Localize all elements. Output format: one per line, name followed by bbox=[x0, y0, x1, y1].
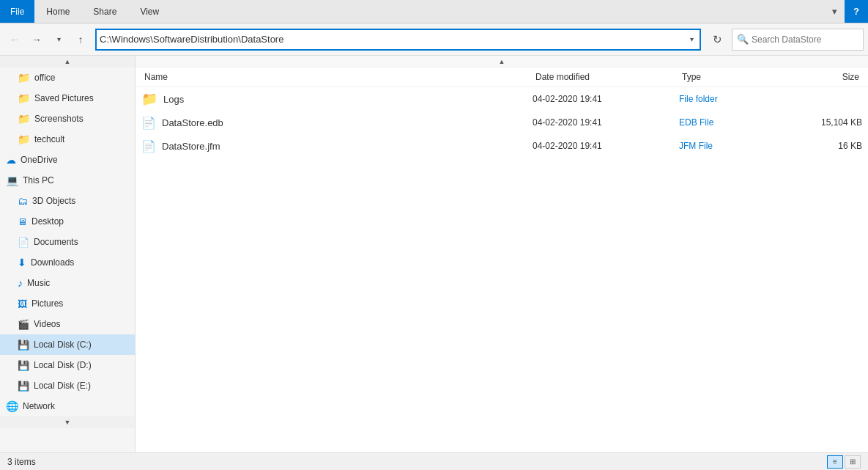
pictures-icon: 🖼 bbox=[18, 298, 27, 309]
sidebar-item-label-office: office bbox=[34, 73, 55, 83]
sidebar-item-label-pictures: Pictures bbox=[31, 298, 63, 309]
sidebar-item-label-local-disk-c: Local Disk (C:) bbox=[34, 339, 92, 350]
music-icon: ♪ bbox=[18, 277, 23, 289]
file-icon: 📄 bbox=[141, 139, 156, 153]
file-size-2: 16 KB bbox=[789, 141, 862, 151]
search-input[interactable] bbox=[752, 34, 858, 45]
3dobjects-icon: 🗂 bbox=[18, 195, 28, 207]
sidebar-scroll-down[interactable]: ▼ bbox=[0, 416, 135, 428]
help-button[interactable]: ? bbox=[845, 0, 868, 23]
file-date-0: 04-02-2020 19:41 bbox=[533, 94, 679, 104]
file-table: Name Date modified Type Size 📁Logs04-02-… bbox=[136, 67, 868, 452]
up-button[interactable]: ↑ bbox=[70, 29, 91, 50]
address-bar-wrapper: ▾ bbox=[95, 29, 701, 51]
sidebar-item-label-saved-pictures: Saved Pictures bbox=[34, 93, 94, 103]
network-icon: 🌐 bbox=[6, 400, 18, 412]
sidebar-item-label-desktop: Desktop bbox=[31, 216, 64, 227]
sidebar-item-label-videos: Videos bbox=[34, 319, 60, 329]
view-tab[interactable]: View bbox=[128, 0, 171, 23]
sidebar-item-saved-pictures[interactable]: 📁Saved Pictures bbox=[0, 88, 135, 109]
file-date-2: 04-02-2020 19:41 bbox=[533, 141, 679, 151]
screenshots-icon: 📁 bbox=[18, 113, 30, 125]
sidebar-item-label-documents: Documents bbox=[34, 237, 78, 247]
col-header-name[interactable]: Name bbox=[141, 70, 533, 84]
view-toggle-buttons: ≡ ⊞ bbox=[827, 455, 861, 469]
sidebar-item-techcult[interactable]: 📁techcult bbox=[0, 129, 135, 150]
file-rows-container: 📁Logs04-02-2020 19:41File folder📄DataSto… bbox=[136, 87, 868, 158]
table-row[interactable]: 📄DataStore.jfm04-02-2020 19:41JFM File16… bbox=[136, 134, 868, 158]
back-button[interactable]: ← bbox=[4, 29, 25, 50]
documents-icon: 📄 bbox=[18, 237, 29, 248]
recent-locations-button[interactable]: ▾ bbox=[48, 29, 69, 50]
sidebar-item-local-disk-c[interactable]: 💾Local Disk (C:) bbox=[0, 334, 135, 355]
videos-icon: 🎬 bbox=[18, 319, 29, 330]
file-name-1: 📄DataStore.edb bbox=[141, 116, 533, 130]
address-dropdown-icon[interactable]: ▾ bbox=[687, 35, 697, 43]
sidebar-item-label-onedrive: OneDrive bbox=[21, 155, 58, 165]
sidebar-item-thispc[interactable]: 💻This PC bbox=[0, 170, 135, 191]
folder-icon: 📁 bbox=[141, 91, 157, 107]
content-pane: ▲ Name Date modified Type Size 📁Logs04-0… bbox=[136, 56, 868, 452]
status-bar: 3 items ≡ ⊞ bbox=[0, 452, 868, 470]
file-type-1: EDB File bbox=[679, 117, 789, 128]
home-tab[interactable]: Home bbox=[34, 0, 81, 23]
local-disk-c-icon: 💾 bbox=[18, 339, 29, 350]
col-header-date[interactable]: Date modified bbox=[533, 70, 679, 84]
local-disk-e-icon: 💾 bbox=[18, 381, 29, 392]
sidebar-item-office[interactable]: 📁office bbox=[0, 67, 135, 88]
sidebar-item-videos[interactable]: 🎬Videos bbox=[0, 314, 135, 334]
sidebar-item-downloads[interactable]: ⬇Downloads bbox=[0, 252, 135, 273]
thispc-icon: 💻 bbox=[6, 175, 18, 186]
sidebar-item-3dobjects[interactable]: 🗂3D Objects bbox=[0, 191, 135, 211]
sidebar-item-desktop[interactable]: 🖥Desktop bbox=[0, 211, 135, 232]
share-tab[interactable]: Share bbox=[81, 0, 128, 23]
title-bar: File Home Share View ▾ ? bbox=[0, 0, 868, 23]
large-icons-view-button[interactable]: ⊞ bbox=[845, 455, 861, 469]
sidebar-item-onedrive[interactable]: ☁OneDrive bbox=[0, 150, 135, 170]
sidebar-item-local-disk-e[interactable]: 💾Local Disk (E:) bbox=[0, 375, 135, 396]
search-bar: 🔍 bbox=[732, 29, 864, 51]
main-area: ▲ 📁office📁Saved Pictures📁Screenshots📁tec… bbox=[0, 56, 868, 452]
column-headers: Name Date modified Type Size bbox=[136, 67, 868, 87]
sidebar-item-documents[interactable]: 📄Documents bbox=[0, 232, 135, 252]
address-bar[interactable] bbox=[100, 34, 687, 45]
sidebar-item-label-local-disk-d: Local Disk (D:) bbox=[34, 360, 92, 370]
col-header-type[interactable]: Type bbox=[679, 70, 789, 84]
techcult-icon: 📁 bbox=[18, 133, 30, 145]
sidebar-item-label-3dobjects: 3D Objects bbox=[32, 196, 75, 206]
status-items-count: 3 items bbox=[7, 457, 36, 467]
title-bar-controls: ▾ ? bbox=[825, 0, 868, 23]
file-icon: 📄 bbox=[141, 116, 156, 130]
sidebar-item-label-local-disk-e: Local Disk (E:) bbox=[34, 381, 91, 391]
file-name-2: 📄DataStore.jfm bbox=[141, 139, 533, 153]
sidebar-items-container: 📁office📁Saved Pictures📁Screenshots📁techc… bbox=[0, 67, 135, 416]
local-disk-d-icon: 💾 bbox=[18, 360, 29, 371]
sidebar-item-label-network: Network bbox=[23, 401, 55, 411]
sidebar-scroll-up[interactable]: ▲ bbox=[0, 56, 135, 67]
file-type-2: JFM File bbox=[679, 141, 789, 151]
sidebar-item-pictures[interactable]: 🖼Pictures bbox=[0, 293, 135, 314]
onedrive-icon: ☁ bbox=[6, 154, 16, 166]
sidebar-item-label-music: Music bbox=[27, 278, 50, 288]
sidebar-item-network[interactable]: 🌐Network bbox=[0, 396, 135, 416]
details-view-button[interactable]: ≡ bbox=[827, 455, 843, 469]
sidebar-item-music[interactable]: ♪Music bbox=[0, 273, 135, 293]
chevron-down-icon[interactable]: ▾ bbox=[825, 0, 845, 23]
content-scroll-up[interactable]: ▲ bbox=[136, 56, 868, 67]
sidebar-item-label-downloads: Downloads bbox=[31, 257, 74, 268]
file-name-0: 📁Logs bbox=[141, 91, 533, 107]
file-size-1: 15,104 KB bbox=[789, 117, 862, 128]
col-header-size[interactable]: Size bbox=[789, 70, 862, 84]
file-tab[interactable]: File bbox=[0, 0, 34, 23]
search-icon: 🔍 bbox=[737, 34, 749, 45]
table-row[interactable]: 📄DataStore.edb04-02-2020 19:41EDB File15… bbox=[136, 111, 868, 134]
refresh-button[interactable]: ↻ bbox=[707, 29, 727, 50]
desktop-icon: 🖥 bbox=[18, 216, 27, 227]
sidebar-item-local-disk-d[interactable]: 💾Local Disk (D:) bbox=[0, 355, 135, 375]
file-type-0: File folder bbox=[679, 94, 789, 104]
forward-button[interactable]: → bbox=[26, 29, 47, 50]
table-row[interactable]: 📁Logs04-02-2020 19:41File folder bbox=[136, 87, 868, 111]
sidebar-item-screenshots[interactable]: 📁Screenshots bbox=[0, 109, 135, 129]
saved-pictures-icon: 📁 bbox=[18, 92, 30, 104]
sidebar-item-label-techcult: techcult bbox=[34, 134, 64, 144]
